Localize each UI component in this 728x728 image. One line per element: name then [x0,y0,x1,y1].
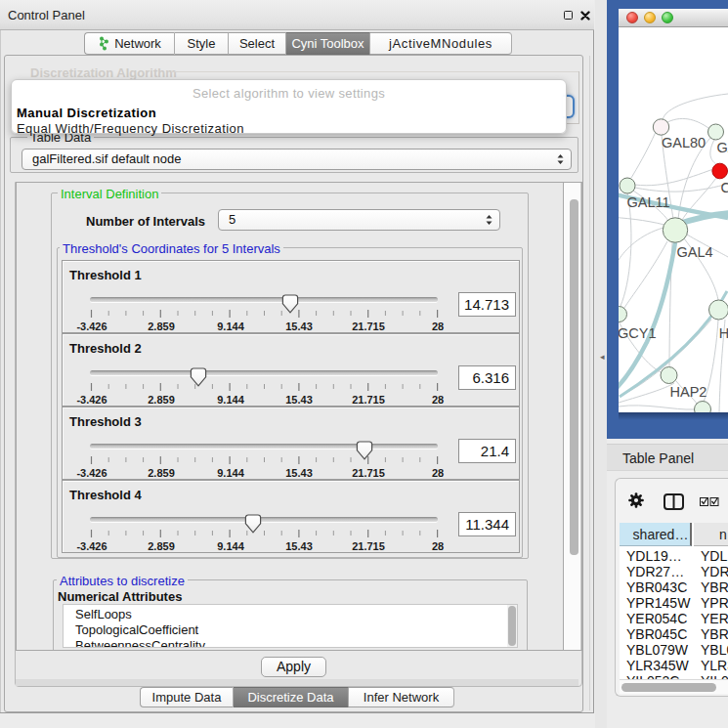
svg-text:H: H [719,325,728,341]
svg-text:GA: GA [717,140,728,155]
svg-text:C: C [721,180,728,195]
svg-text:GAL11: GAL11 [627,194,670,210]
svg-text:GAL4: GAL4 [677,244,713,260]
svg-text:GCY1: GCY1 [619,325,657,341]
svg-text:GAL80: GAL80 [662,135,706,150]
svg-text:HAP2: HAP2 [670,384,707,400]
